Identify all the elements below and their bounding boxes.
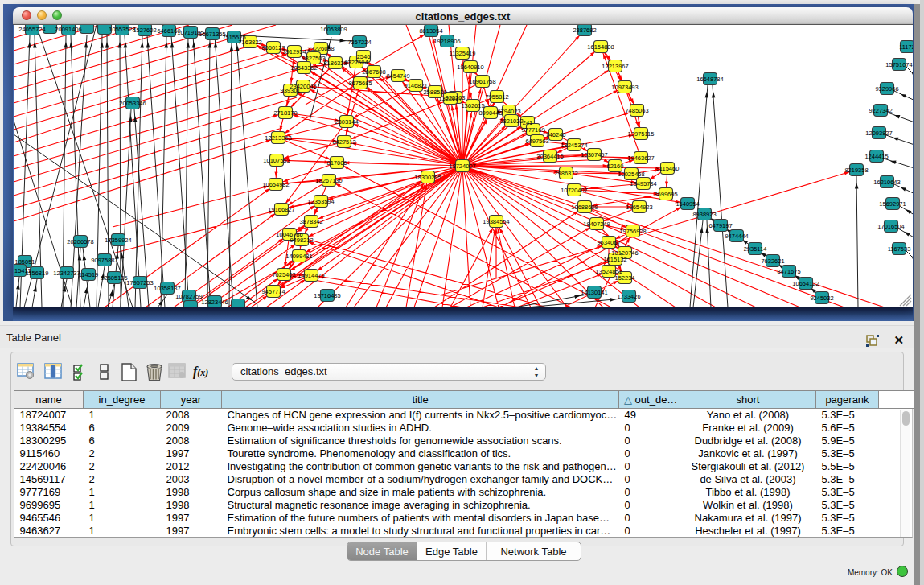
svg-text:1156819: 1156819: [26, 270, 49, 277]
svg-text:14914479: 14914479: [298, 272, 324, 279]
svg-text:16210643: 16210643: [873, 179, 900, 186]
svg-text:8675685: 8675685: [348, 80, 372, 87]
svg-text:939301: 939301: [280, 87, 300, 94]
svg-text:1244415: 1244415: [864, 153, 888, 160]
svg-text:9115460: 9115460: [656, 165, 680, 172]
svg-text:114519: 114519: [79, 271, 98, 278]
svg-text:14099481: 14099481: [285, 253, 312, 260]
svg-text:12342737: 12342737: [53, 270, 80, 277]
svg-text:9457774: 9457774: [261, 288, 285, 295]
svg-text:8813054: 8813054: [419, 27, 442, 35]
svg-text:18267130: 18267130: [315, 177, 342, 184]
svg-text:8186328: 8186328: [323, 60, 347, 67]
svg-text:2387682: 2387682: [573, 27, 596, 34]
svg-text:817006: 817006: [326, 159, 347, 167]
svg-text:10688609: 10688609: [571, 204, 598, 211]
svg-text:2867608: 2867608: [362, 68, 385, 76]
svg-text:12093827: 12093827: [865, 130, 892, 137]
svg-text:7163822: 7163822: [238, 39, 261, 46]
svg-text:13495784: 13495784: [630, 180, 656, 187]
svg-text:8219358: 8219358: [844, 167, 868, 174]
svg-text:12505135: 12505135: [101, 274, 127, 282]
svg-text:8471675: 8471675: [777, 268, 800, 275]
svg-text:19166827: 19166827: [268, 206, 294, 213]
svg-text:9777169: 9777169: [521, 126, 544, 134]
svg-text:10654982: 10654982: [262, 181, 289, 188]
svg-text:23226058: 23226058: [307, 45, 334, 52]
svg-text:7485063: 7485063: [625, 107, 648, 114]
svg-text:8938923: 8938923: [692, 211, 716, 218]
svg-text:9474444: 9474444: [725, 233, 748, 240]
svg-text:7632621: 7632621: [761, 257, 784, 265]
svg-text:18640910: 18640910: [457, 64, 483, 71]
svg-text:20091406: 20091406: [55, 26, 81, 33]
svg-text:8454749: 8454749: [386, 72, 409, 80]
svg-text:6479197: 6479197: [708, 222, 732, 229]
svg-text:20206578: 20206578: [67, 238, 93, 245]
svg-text:1821022: 1821022: [499, 117, 523, 125]
svg-text:185051: 185051: [14, 258, 35, 266]
svg-text:2935114: 2935114: [744, 245, 767, 253]
svg-text:1640954: 1640954: [676, 200, 699, 208]
svg-text:13975115: 13975115: [628, 130, 655, 138]
svg-text:12213363: 12213363: [265, 134, 291, 142]
svg-text:2546: 2546: [357, 53, 371, 60]
svg-text:17359924: 17359924: [105, 237, 131, 244]
svg-text:90975887: 90975887: [91, 257, 117, 264]
svg-text:10307457: 10307457: [581, 151, 607, 159]
svg-text:62160: 62160: [607, 163, 624, 170]
svg-text:9498212: 9498212: [290, 237, 313, 244]
svg-text:16648784: 16648784: [696, 76, 723, 83]
svg-text:19463627: 19463627: [627, 154, 654, 162]
svg-text:8660123: 8660123: [261, 44, 285, 51]
svg-text:1615132: 1615132: [603, 256, 626, 263]
svg-text:7955812: 7955812: [485, 93, 508, 101]
svg-text:15751074: 15751074: [885, 61, 912, 68]
svg-text:18407249: 18407249: [583, 220, 610, 228]
svg-text:9329966: 9329966: [875, 85, 898, 93]
svg-text:6497563: 6497563: [525, 138, 548, 145]
svg-text:12823446: 12823446: [201, 299, 228, 306]
svg-text:1362615: 1362615: [461, 102, 484, 109]
svg-text:13654923: 13654923: [626, 204, 652, 211]
svg-text:8427512: 8427512: [332, 138, 355, 146]
svg-text:9327503: 9327503: [302, 55, 325, 62]
svg-text:11172: 11172: [899, 43, 913, 51]
svg-text:17957253: 17957253: [126, 279, 153, 286]
svg-text:10553528: 10553528: [109, 26, 135, 33]
svg-text:11325419: 11325419: [450, 50, 476, 57]
svg-text:1527602: 1527602: [133, 27, 156, 34]
svg-text:19756928: 19756928: [619, 228, 646, 235]
svg-text:10107553: 10107553: [263, 157, 290, 164]
svg-text:18245374: 18245374: [561, 142, 587, 149]
svg-text:19218906: 19218906: [433, 38, 460, 45]
svg-text:10782759: 10782759: [175, 293, 202, 300]
svg-text:7625402: 7625402: [272, 271, 295, 278]
svg-text:1322037: 1322037: [438, 95, 462, 102]
svg-text:1167533: 1167533: [888, 245, 911, 253]
svg-text:10358137: 10358137: [154, 285, 180, 292]
svg-text:10025458: 10025458: [618, 171, 644, 178]
svg-text:10973493: 10973493: [611, 84, 638, 91]
svg-text:16961758: 16961758: [469, 78, 495, 85]
svg-text:16053809: 16053809: [320, 26, 347, 33]
svg-text:9245032: 9245032: [810, 295, 833, 302]
svg-text:19384554: 19384554: [483, 218, 509, 225]
svg-text:6794023: 6794023: [497, 108, 520, 115]
svg-text:18724007: 18724007: [449, 163, 475, 170]
svg-text:15692971: 15692971: [879, 200, 906, 208]
svg-text:10543362: 10543362: [290, 64, 317, 72]
svg-text:2803144: 2803144: [335, 118, 358, 126]
svg-text:10720407: 10720407: [561, 187, 587, 194]
svg-text:9227342: 9227342: [869, 107, 892, 114]
svg-text:2986372: 2986372: [554, 170, 577, 177]
svg-text:14130141: 14130141: [581, 289, 607, 296]
svg-text:241: 241: [523, 119, 533, 126]
svg-text:1733426: 1733426: [617, 293, 640, 300]
svg-text:16154808: 16154808: [587, 43, 614, 51]
svg-text:12213967: 12213967: [602, 63, 628, 70]
svg-text:8699695: 8699695: [654, 191, 677, 198]
svg-text:2718170: 2718170: [273, 109, 297, 117]
svg-text:12353594: 12353594: [307, 198, 334, 205]
svg-text:9634067: 9634067: [597, 239, 620, 246]
